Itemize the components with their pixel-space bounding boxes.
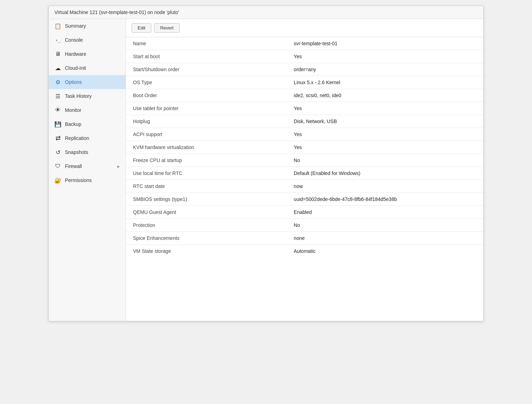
sidebar-label-firewall: Firewall bbox=[65, 163, 117, 169]
firewall-chevron-icon: ▶ bbox=[117, 164, 120, 168]
sidebar-item-replication[interactable]: ⇄ Replication bbox=[49, 131, 126, 145]
sidebar-label-monitor: Monitor bbox=[65, 107, 120, 113]
table-row: Start at bootYes bbox=[126, 50, 483, 63]
table-key: RTC start date bbox=[126, 180, 287, 193]
sidebar-label-replication: Replication bbox=[65, 135, 120, 141]
table-value: No bbox=[287, 154, 483, 167]
task-history-icon: ☰ bbox=[54, 93, 61, 100]
sidebar-item-console[interactable]: ›_ Console bbox=[49, 33, 126, 47]
sidebar-item-snapshots[interactable]: ↺ Snapshots bbox=[49, 145, 126, 159]
table-key: Protection bbox=[126, 219, 287, 232]
table-value: Disk, Network, USB bbox=[287, 115, 483, 128]
sidebar-label-snapshots: Snapshots bbox=[65, 149, 120, 155]
sidebar-item-options[interactable]: ⚙ Options bbox=[49, 75, 126, 89]
main-window: Virtual Machine 121 (svr-template-test-0… bbox=[48, 6, 484, 321]
sidebar-item-backup[interactable]: 💾 Backup bbox=[49, 117, 126, 131]
table-row: Freeze CPU at startupNo bbox=[126, 154, 483, 167]
table-row: Start/Shutdown orderorder=any bbox=[126, 63, 483, 76]
table-value: none bbox=[287, 232, 483, 245]
title-bar: Virtual Machine 121 (svr-template-test-0… bbox=[49, 6, 483, 19]
table-row: Use local time for RTCDefault (Enabled f… bbox=[126, 167, 483, 180]
table-key: QEMU Guest Agent bbox=[126, 206, 287, 219]
table-value: No bbox=[287, 219, 483, 232]
table-value: uuid=5002dede-6bde-47c8-8fb6-84f184d5e38… bbox=[287, 193, 483, 206]
snapshots-icon: ↺ bbox=[54, 149, 61, 156]
table-value: svr-template-test-01 bbox=[287, 37, 483, 50]
table-key: Boot Order bbox=[126, 89, 287, 102]
sidebar-item-cloud-init[interactable]: ☁ Cloud-Init bbox=[49, 61, 126, 75]
sidebar-label-backup: Backup bbox=[65, 121, 120, 127]
table-row: OS TypeLinux 5.x - 2.6 Kernel bbox=[126, 76, 483, 89]
sidebar-item-summary[interactable]: 📋 Summary bbox=[49, 19, 126, 33]
table-value: ide2, scsi0, net0, ide0 bbox=[287, 89, 483, 102]
backup-icon: 💾 bbox=[54, 121, 61, 128]
table-key: VM State storage bbox=[126, 245, 287, 258]
table-row: ACPI supportYes bbox=[126, 128, 483, 141]
options-table: Namesvr-template-test-01Start at bootYes… bbox=[126, 37, 483, 257]
table-key: Start at boot bbox=[126, 50, 287, 63]
table-row: Spice Enhancementsnone bbox=[126, 232, 483, 245]
cloud-init-icon: ☁ bbox=[54, 65, 61, 72]
table-key: ACPI support bbox=[126, 128, 287, 141]
sidebar-label-hardware: Hardware bbox=[65, 51, 120, 57]
sidebar-label-permissions: Permissions bbox=[65, 177, 120, 183]
table-key: Hotplug bbox=[126, 115, 287, 128]
table-value: Yes bbox=[287, 141, 483, 154]
sidebar-label-console: Console bbox=[65, 37, 120, 43]
summary-icon: 📋 bbox=[54, 22, 61, 29]
table-key: OS Type bbox=[126, 76, 287, 89]
table-key: Use local time for RTC bbox=[126, 167, 287, 180]
toolbar: Edit Revert bbox=[126, 19, 483, 37]
sidebar-item-hardware[interactable]: 🖥 Hardware bbox=[49, 47, 126, 61]
sidebar-label-options: Options bbox=[65, 79, 120, 85]
sidebar-label-cloud-init: Cloud-Init bbox=[65, 65, 120, 71]
sidebar-item-monitor[interactable]: 👁 Monitor bbox=[49, 103, 126, 117]
sidebar-label-task-history: Task History bbox=[65, 93, 120, 99]
table-value: Default (Enabled for Windows) bbox=[287, 167, 483, 180]
table-value: Yes bbox=[287, 102, 483, 115]
sidebar: 📋 Summary ›_ Console 🖥 Hardware ☁ Cloud-… bbox=[49, 19, 126, 321]
content-area: Edit Revert Namesvr-template-test-01Star… bbox=[126, 19, 483, 321]
table-value: now bbox=[287, 180, 483, 193]
table-row: ProtectionNo bbox=[126, 219, 483, 232]
table-key: KVM hardware virtualization bbox=[126, 141, 287, 154]
table-value: Linux 5.x - 2.6 Kernel bbox=[287, 76, 483, 89]
table-row: RTC start datenow bbox=[126, 180, 483, 193]
edit-button[interactable]: Edit bbox=[132, 23, 151, 33]
main-layout: 📋 Summary ›_ Console 🖥 Hardware ☁ Cloud-… bbox=[49, 19, 483, 321]
table-key: Freeze CPU at startup bbox=[126, 154, 287, 167]
table-row: Boot Orderide2, scsi0, net0, ide0 bbox=[126, 89, 483, 102]
sidebar-item-permissions[interactable]: 🔐 Permissions bbox=[49, 173, 126, 187]
table-row: HotplugDisk, Network, USB bbox=[126, 115, 483, 128]
firewall-icon: 🛡 bbox=[54, 163, 61, 170]
table-key: Start/Shutdown order bbox=[126, 63, 287, 76]
revert-button[interactable]: Revert bbox=[154, 23, 179, 33]
table-key: Name bbox=[126, 37, 287, 50]
sidebar-item-task-history[interactable]: ☰ Task History bbox=[49, 89, 126, 103]
table-value: Automatic bbox=[287, 245, 483, 258]
table-value: Yes bbox=[287, 50, 483, 63]
options-icon: ⚙ bbox=[54, 79, 61, 86]
table-value: Yes bbox=[287, 128, 483, 141]
replication-icon: ⇄ bbox=[54, 135, 61, 142]
table-key: SMBIOS settings (type1) bbox=[126, 193, 287, 206]
table-value: order=any bbox=[287, 63, 483, 76]
table-key: Use tablet for pointer bbox=[126, 102, 287, 115]
table-row: VM State storageAutomatic bbox=[126, 245, 483, 258]
table-row: SMBIOS settings (type1)uuid=5002dede-6bd… bbox=[126, 193, 483, 206]
table-value: Enabled bbox=[287, 206, 483, 219]
table-row: Use tablet for pointerYes bbox=[126, 102, 483, 115]
console-icon: ›_ bbox=[54, 36, 61, 43]
window-title: Virtual Machine 121 (svr-template-test-0… bbox=[54, 9, 179, 15]
monitor-icon: 👁 bbox=[54, 107, 61, 114]
sidebar-label-summary: Summary bbox=[65, 23, 120, 29]
hardware-icon: 🖥 bbox=[54, 50, 61, 58]
table-row: QEMU Guest AgentEnabled bbox=[126, 206, 483, 219]
table-row: Namesvr-template-test-01 bbox=[126, 37, 483, 50]
sidebar-item-firewall[interactable]: 🛡 Firewall ▶ bbox=[49, 159, 126, 173]
table-key: Spice Enhancements bbox=[126, 232, 287, 245]
permissions-icon: 🔐 bbox=[54, 177, 61, 184]
table-row: KVM hardware virtualizationYes bbox=[126, 141, 483, 154]
